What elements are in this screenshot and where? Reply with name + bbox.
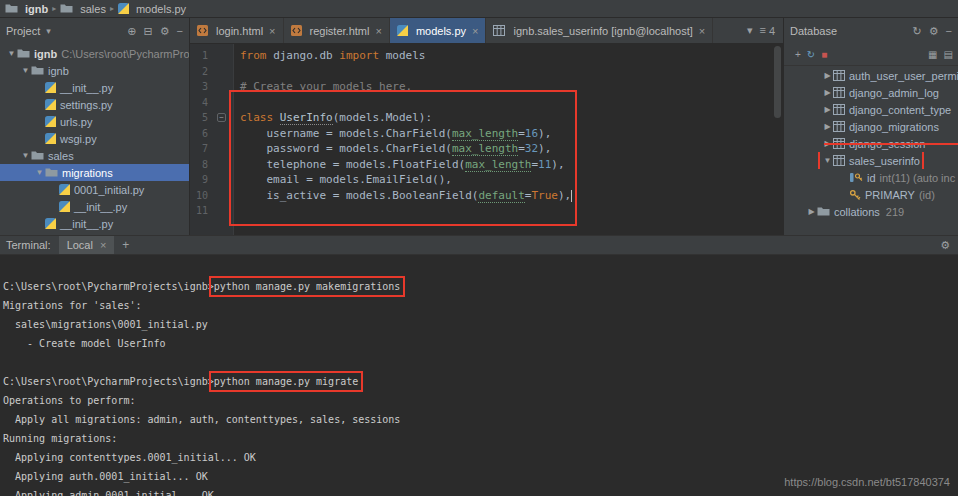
code-line[interactable]: telephone = models.FloatField(max_length…	[240, 157, 783, 173]
database-tree-item[interactable]: ▶django_content_type	[784, 101, 958, 118]
main-area: Project ▾ ⊕⊟⚙− ▼ignbC:\Users\root\Pychar…	[0, 18, 958, 235]
chevron-expanded-icon[interactable]: ▼	[822, 156, 833, 165]
code-token: class	[240, 111, 280, 124]
project-tree-item[interactable]: ▼ignbC:\Users\root\PycharmProject	[0, 45, 189, 62]
tree-item-detail: int(11) (auto inc	[880, 172, 956, 184]
close-icon[interactable]: ×	[472, 25, 478, 37]
project-tree-item[interactable]: ▼ignb	[0, 62, 189, 79]
target-icon[interactable]: ⊕	[127, 26, 136, 37]
grid-icon[interactable]: ▦	[928, 50, 937, 60]
chevron-collapsed-icon[interactable]: ▶	[822, 71, 833, 80]
code-line[interactable]: from django.db import models	[240, 48, 783, 64]
python-file-icon	[397, 25, 408, 36]
terminal-output[interactable]: C:\Users\root\PycharmProjects\ignb>pytho…	[0, 255, 958, 496]
project-tree-item[interactable]: wsgi.py	[0, 130, 189, 147]
code-line[interactable]	[240, 203, 783, 219]
hide-icon[interactable]: −	[946, 26, 952, 37]
close-icon[interactable]: ×	[100, 239, 106, 251]
chevron-collapsed-icon[interactable]: ▶	[806, 207, 817, 216]
chevron-expanded-icon[interactable]: ▼	[6, 49, 17, 58]
plus-icon[interactable]: +	[122, 239, 129, 251]
project-tree-item[interactable]: 0001_initial.py	[0, 181, 189, 198]
code-line[interactable]: email = models.EmailField(),	[240, 172, 783, 188]
scrollbar-thumb[interactable]	[774, 46, 781, 118]
database-tree-item[interactable]: PRIMARY(id)	[784, 186, 958, 203]
tree-row-content: ▼sales_userinfo	[822, 152, 920, 169]
breadcrumb-item[interactable]: models.py	[118, 3, 186, 15]
hide-icon[interactable]: −	[177, 26, 183, 37]
code-line[interactable]: # Create your models here.	[240, 79, 783, 95]
terminal-line: Migrations for 'sales':	[3, 296, 958, 315]
terminal-line	[3, 353, 958, 372]
gear-icon[interactable]: ⚙	[940, 240, 950, 251]
project-tree-item[interactable]: settings.py	[0, 96, 189, 113]
line-number: 1	[190, 48, 233, 64]
database-tree-item[interactable]: ▶collations219	[784, 203, 958, 220]
breadcrumb-item[interactable]: sales	[60, 3, 106, 15]
plus-icon[interactable]: +	[795, 50, 801, 60]
project-tree-item[interactable]: ▼sales	[0, 147, 189, 164]
terminal-title: Terminal:	[6, 239, 51, 251]
project-tree-item[interactable]: __init__.py	[0, 79, 189, 96]
editor-tab[interactable]: register.html×	[284, 18, 390, 43]
database-toolbar-left-icons: +↻■	[789, 50, 827, 60]
table-icon	[833, 70, 845, 81]
column-key-icon	[849, 172, 863, 183]
code-token: =	[518, 142, 525, 155]
chevron-expanded-icon[interactable]: ▼	[34, 168, 45, 177]
database-tree-item[interactable]: ▼sales_userinfo	[784, 152, 958, 169]
database-tree-item[interactable]: idint(11) (auto inc	[784, 169, 958, 186]
chevron-collapsed-icon[interactable]: ▶	[822, 88, 833, 97]
project-tree-item[interactable]: __init__.py	[0, 198, 189, 215]
editor-tab[interactable]: login.html×	[190, 18, 284, 43]
code-editor[interactable]: 12345−67891011 from django.db import mod…	[190, 44, 783, 235]
chevron-collapsed-icon[interactable]: ▶	[822, 122, 833, 131]
code-area[interactable]: from django.db import models# Create you…	[234, 44, 783, 235]
tree-row-content: idint(11) (auto inc	[838, 169, 955, 186]
project-tree-item[interactable]: urls.py	[0, 113, 189, 130]
database-tree-item[interactable]: ▶django_admin_log	[784, 84, 958, 101]
terminal-tab[interactable]: Local×	[59, 236, 115, 254]
code-token: django.db	[273, 49, 339, 62]
chevron-collapsed-icon[interactable]: ▶	[822, 139, 833, 148]
code-line[interactable]: is_active = models.BooleanField(default=…	[240, 188, 783, 204]
tree-row-content: ▼ignb	[20, 62, 69, 79]
breadcrumb-separator-icon: ▸	[51, 4, 57, 13]
tab-label: ignb.sales_userinfo [ignb@localhost]	[513, 25, 692, 37]
gear-icon[interactable]: ⚙	[160, 26, 170, 37]
code-line[interactable]: class UserInfo(models.Model):	[240, 110, 783, 126]
breadcrumb-item[interactable]: ignb	[5, 3, 48, 15]
refresh-icon[interactable]: ↻	[807, 50, 815, 60]
editor-tab[interactable]: ignb.sales_userinfo [ignb@localhost]×	[486, 18, 713, 43]
code-line[interactable]: username = models.CharField(max_length=1…	[240, 126, 783, 142]
edit-icon[interactable]: ▤	[944, 50, 953, 60]
folder-icon	[45, 167, 58, 178]
collapse-icon[interactable]: ⊟	[143, 26, 152, 37]
code-line[interactable]: password = models.CharField(max_length=3…	[240, 141, 783, 157]
chevron-expanded-icon[interactable]: ▼	[20, 66, 31, 75]
tree-row-content: ▼migrations	[34, 164, 113, 181]
code-line[interactable]	[240, 95, 783, 111]
close-icon[interactable]: ×	[269, 25, 275, 37]
close-icon[interactable]: ×	[375, 25, 381, 37]
sync-icon[interactable]: ↻	[912, 26, 921, 37]
chevron-down-icon[interactable]: ▾	[747, 25, 753, 36]
project-tree-item[interactable]: __init__.py	[0, 215, 189, 232]
chevron-expanded-icon[interactable]: ▼	[20, 151, 31, 160]
chevron-down-icon[interactable]: ▾	[46, 27, 51, 36]
code-line[interactable]	[240, 64, 783, 80]
hidden-tabs-count[interactable]: 4	[769, 25, 775, 37]
code-token: ),	[558, 189, 571, 202]
database-tree-item[interactable]: ▶django_migrations	[784, 118, 958, 135]
stop-icon[interactable]: ■	[821, 50, 827, 60]
project-tree-item[interactable]: ▼migrations	[0, 164, 189, 181]
menu-icon[interactable]: ≡	[759, 25, 765, 36]
fold-marker-icon[interactable]: −	[217, 113, 226, 122]
editor-scrollbar[interactable]	[772, 46, 782, 233]
close-icon[interactable]: ×	[699, 25, 705, 37]
gear-icon[interactable]: ⚙	[929, 26, 939, 37]
database-tree-item[interactable]: ▶django_session	[784, 135, 958, 152]
editor-tab[interactable]: models.py×	[390, 18, 487, 43]
chevron-collapsed-icon[interactable]: ▶	[822, 105, 833, 114]
database-tree-item[interactable]: ▶auth_user_user_permi	[784, 67, 958, 84]
